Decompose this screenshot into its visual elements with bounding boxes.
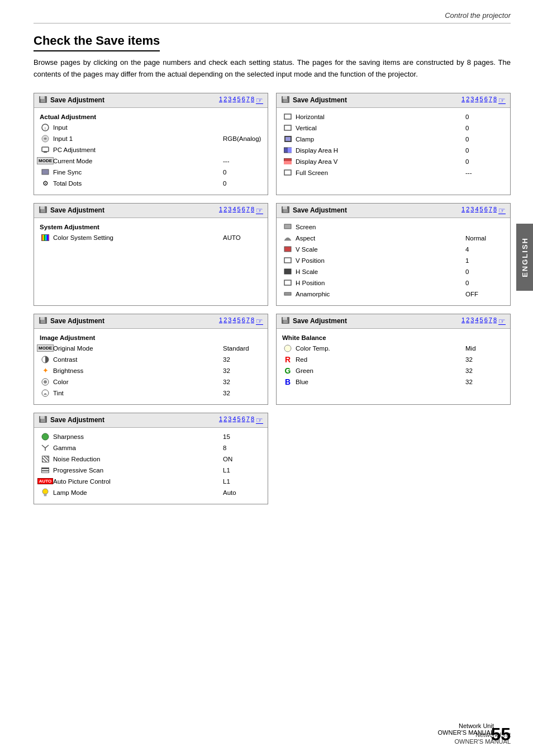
- panel-header-3: Save Adjustment 1 2 3 4 5 6 7 8 ☞: [34, 204, 268, 218]
- svg-rect-13: [284, 125, 291, 130]
- svg-rect-20: [40, 206, 45, 209]
- floppy-icon-6: [281, 316, 290, 326]
- gamma-row: Gamma 8: [40, 442, 262, 453]
- cursor-1: ☞: [256, 96, 263, 105]
- colortemp-icon: [282, 344, 293, 353]
- input-row: i Input: [40, 122, 262, 133]
- floppy-icon-2: [281, 96, 290, 105]
- page-numbers-1[interactable]: 1 2 3 4 5 6 7 8 ☞: [219, 96, 263, 105]
- screen-icon: [282, 223, 293, 231]
- panel-header-2: Save Adjustment 1 2 3 4 5 6 7 8 ☞: [277, 93, 510, 108]
- red-value: 32: [460, 356, 505, 363]
- section-label-3: System Adjustment: [40, 224, 262, 230]
- red-icon: R: [282, 355, 293, 364]
- svg-rect-8: [42, 169, 49, 174]
- page-numbers-3[interactable]: 1 2 3 4 5 6 7 8 ☞: [219, 206, 263, 215]
- color-value: 32: [217, 379, 262, 385]
- tint-row: Tint 32: [40, 388, 262, 399]
- save-panel-3: Save Adjustment 1 2 3 4 5 6 7 8 ☞ System…: [34, 203, 268, 306]
- panel-label-7: Save Adjustment: [50, 416, 104, 424]
- clamp-icon: [282, 135, 293, 144]
- horizontal-label: Horizontal: [293, 114, 460, 120]
- input-label: Input: [51, 124, 217, 131]
- svg-text:i: i: [45, 126, 46, 131]
- horizontal-row: Horizontal 0: [282, 111, 505, 122]
- svg-rect-6: [42, 147, 49, 152]
- lamp-label: Lamp Mode: [51, 489, 217, 496]
- prog-value: L1: [217, 467, 262, 474]
- vertical-icon: [282, 124, 293, 133]
- svg-rect-32: [40, 317, 45, 320]
- auto-icon: AUTO: [40, 477, 51, 486]
- vertical-label: Vertical: [293, 125, 460, 131]
- svg-rect-39: [283, 317, 287, 320]
- hpos-label: H Position: [293, 280, 460, 286]
- panels-row-2: Save Adjustment 1 2 3 4 5 6 7 8 ☞ System…: [34, 203, 511, 306]
- page-numbers-7[interactable]: 1 2 3 4 5 6 7 8 ☞: [219, 415, 263, 424]
- screen-label: Screen: [293, 224, 460, 230]
- page-title: Check the Save items: [34, 34, 160, 51]
- red-label: Red: [293, 356, 460, 363]
- svg-rect-1: [40, 96, 45, 99]
- current-mode-value: ---: [217, 158, 262, 164]
- panels-row-3: Save Adjustment 1 2 3 4 5 6 7 8 ☞ Image …: [34, 314, 511, 405]
- page-numbers-4[interactable]: 1 2 3 4 5 6 7 8 ☞: [461, 206, 506, 215]
- color2-icon: [40, 377, 51, 386]
- svg-point-36: [44, 380, 47, 384]
- input1-row: Input 1 RGB(Analog): [40, 133, 262, 144]
- cursor-6: ☞: [498, 316, 506, 325]
- panel-body-4: Screen Aspect Normal V Scale 4: [277, 218, 510, 305]
- svg-rect-26: [284, 247, 291, 252]
- gamma-label: Gamma: [51, 445, 217, 451]
- display-v-row: Display Area V 0: [282, 156, 505, 167]
- floppy-icon-5: [39, 316, 47, 326]
- color-row: Color 32: [40, 376, 262, 388]
- panel-title-6: Save Adjustment: [281, 316, 347, 326]
- green-label: Green: [293, 367, 460, 374]
- english-sidebar: ENGLISH: [516, 224, 533, 291]
- panels-row-1: Save Adjustment 1 2 3 4 5 6 7 8 ☞ Actual…: [34, 93, 511, 195]
- pc-adj-label: PC Adjustment: [51, 147, 217, 153]
- empty-panel-space: [276, 413, 511, 504]
- vpos-icon: [282, 256, 293, 265]
- vpos-row: V Position 1: [282, 255, 505, 266]
- page-numbers-5[interactable]: 1 2 3 4 5 6 7 8 ☞: [219, 316, 263, 325]
- brightness-row: ✦ Brightness 32: [40, 365, 262, 376]
- lamp-row: Lamp Mode Auto: [40, 487, 262, 498]
- page-numbers-6[interactable]: 1 2 3 4 5 6 7 8 ☞: [461, 316, 506, 325]
- panel-header-6: Save Adjustment 1 2 3 4 5 6 7 8 ☞: [277, 314, 510, 329]
- page-numbers-2[interactable]: 1 2 3 4 5 6 7 8 ☞: [461, 96, 506, 105]
- aspect-icon: [282, 234, 293, 243]
- green-value: 32: [460, 367, 505, 374]
- panel-header-5: Save Adjustment 1 2 3 4 5 6 7 8 ☞: [34, 314, 268, 329]
- vertical-value: 0: [460, 125, 505, 131]
- total-dots-row: ⚙ Total Dots 0: [40, 178, 262, 189]
- current-mode-label: Current Mode: [51, 158, 217, 164]
- lamp-icon: [40, 488, 51, 497]
- save-panel-1: Save Adjustment 1 2 3 4 5 6 7 8 ☞ Actual…: [34, 93, 268, 195]
- colortemp-row: Color Temp. Mid: [282, 343, 505, 354]
- svg-rect-28: [284, 269, 291, 274]
- current-mode-row: MODE Current Mode ---: [40, 155, 262, 167]
- svg-rect-33: [41, 320, 45, 323]
- brightness-label: Brightness: [51, 367, 217, 374]
- input1-value: RGB(Analog): [217, 135, 262, 142]
- floppy-icon-3: [39, 206, 47, 215]
- fullscreen-row: Full Screen ---: [282, 167, 505, 178]
- tint-label: Tint: [51, 390, 217, 396]
- page-container: Control the projector Check the Save ite…: [0, 0, 533, 756]
- display-h-value: 0: [460, 147, 505, 154]
- origmode-label: Original Mode: [51, 345, 217, 352]
- svg-rect-43: [40, 416, 45, 419]
- colorsys-row: Color System Setting AUTO: [40, 232, 262, 243]
- tint-value: 32: [217, 390, 262, 396]
- header-line: Control the projector: [34, 11, 511, 23]
- panel-header-1: Save Adjustment 1 2 3 4 5 6 7 8 ☞: [34, 93, 268, 108]
- blue-row: B Blue 32: [282, 376, 505, 388]
- cursor-4: ☞: [498, 206, 506, 215]
- total-dots-value: 0: [217, 180, 262, 187]
- anamorphic-value: OFF: [460, 291, 505, 297]
- blue-value: 32: [460, 379, 505, 385]
- sharpness-label: Sharpness: [51, 433, 217, 440]
- fullscreen-icon: [282, 168, 293, 177]
